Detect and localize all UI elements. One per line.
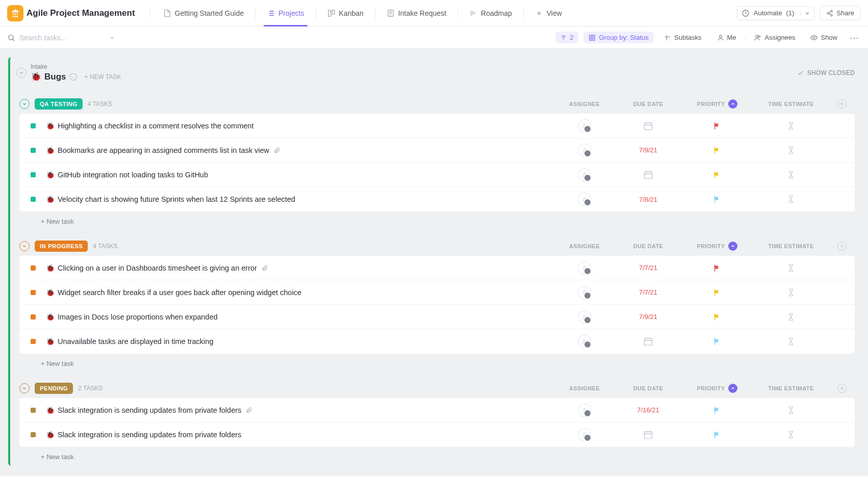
column-header-due-date[interactable]: DUE DATE [615, 243, 681, 249]
assignee-add-button[interactable] [578, 335, 591, 348]
column-header-time-estimate[interactable]: TIME ESTIMATE [753, 101, 829, 107]
automate-button[interactable]: Automate (1) [737, 6, 815, 20]
group-status-badge[interactable]: PENDING [35, 383, 73, 394]
task-row[interactable]: 🐞Highlighting a checklist in a comment r… [19, 114, 855, 138]
tab-view[interactable]: View [527, 0, 570, 26]
due-date-cell[interactable]: 7/8/21 [615, 196, 681, 203]
task-row[interactable]: 🐞Bookmarks are appearing in assigned com… [19, 138, 855, 163]
tab-getting-started-guide[interactable]: Getting Started Guide [155, 0, 252, 26]
due-date-cell[interactable] [615, 121, 681, 131]
column-header-time-estimate[interactable]: TIME ESTIMATE [753, 243, 829, 249]
task-row[interactable]: 🐞Slack integration is sending updates fr… [19, 422, 855, 447]
task-row[interactable]: 🐞Velocity chart is showing future Sprint… [19, 187, 855, 211]
assignee-add-button[interactable] [578, 168, 591, 181]
share-button[interactable]: Share [820, 6, 861, 20]
time-estimate-cell[interactable] [753, 288, 829, 297]
priority-cell[interactable] [681, 195, 753, 204]
group-collapse-toggle[interactable] [19, 241, 30, 251]
new-task-button[interactable]: + New task [19, 447, 855, 464]
priority-cell[interactable] [681, 170, 753, 179]
new-task-button[interactable]: + New task [19, 211, 855, 228]
time-estimate-cell[interactable] [753, 146, 829, 154]
tab-intake-request[interactable]: Intake Request [378, 0, 454, 26]
search-dropdown-icon[interactable] [109, 35, 115, 41]
due-date-cell[interactable] [615, 170, 681, 180]
status-square [31, 265, 36, 271]
tab-roadmap[interactable]: Roadmap [461, 0, 520, 26]
show-button[interactable]: Show [805, 32, 843, 43]
groupby-button[interactable]: Group by: Status [583, 32, 654, 43]
assignees-button[interactable]: Assignees [749, 32, 800, 43]
priority-cell[interactable] [681, 121, 753, 130]
column-header-priority[interactable]: PRIORITY [681, 99, 753, 109]
subtasks-button[interactable]: Subtasks [659, 32, 706, 43]
priority-cell[interactable] [681, 337, 753, 346]
due-date-cell[interactable]: 7/16/21 [615, 406, 681, 414]
time-estimate-cell[interactable] [753, 195, 829, 203]
assignee-add-button[interactable] [578, 193, 591, 206]
assignee-add-button[interactable] [578, 310, 591, 324]
list-collapse-toggle[interactable] [16, 68, 27, 78]
group-collapse-toggle[interactable] [19, 383, 30, 393]
time-estimate-cell[interactable] [753, 313, 829, 321]
priority-cell[interactable] [681, 146, 753, 155]
new-task-button[interactable]: + New task [19, 354, 855, 370]
more-menu-button[interactable]: ⋯ [848, 32, 861, 43]
column-header-time-estimate[interactable]: TIME ESTIMATE [753, 385, 829, 391]
group-status-badge[interactable]: IN PROGRESS [35, 241, 88, 252]
column-header-due-date[interactable]: DUE DATE [615, 385, 681, 391]
time-estimate-cell[interactable] [753, 337, 829, 346]
task-row[interactable]: 🐞Widget search filter breaks if a user g… [19, 280, 855, 305]
priority-cell[interactable] [681, 263, 753, 273]
column-header-assignee[interactable]: ASSIGNEE [554, 385, 615, 391]
column-header-assignee[interactable]: ASSIGNEE [554, 101, 615, 107]
assignee-add-button[interactable] [578, 261, 591, 275]
add-column-button[interactable]: + [829, 99, 855, 109]
assignee-add-button[interactable] [578, 119, 591, 132]
task-row[interactable]: 🐞Images in Docs lose proportions when ex… [19, 305, 855, 329]
due-date-cell[interactable] [615, 336, 681, 347]
priority-cell[interactable] [681, 288, 753, 297]
assignee-add-button[interactable] [578, 428, 591, 441]
due-date-cell[interactable]: 7/9/21 [615, 313, 681, 321]
due-date-cell[interactable] [615, 430, 681, 440]
task-row[interactable]: 🐞Slack integration is sending updates fr… [19, 398, 855, 422]
column-header-due-date[interactable]: DUE DATE [615, 101, 681, 107]
time-estimate-cell[interactable] [753, 264, 829, 272]
me-button[interactable]: Me [712, 32, 742, 43]
column-header-priority[interactable]: PRIORITY [681, 384, 753, 393]
time-estimate-cell[interactable] [753, 171, 829, 179]
automate-dropdown[interactable] [800, 11, 810, 16]
show-closed-button[interactable]: SHOW CLOSED [797, 69, 855, 76]
assignee-add-button[interactable] [578, 286, 591, 299]
assignee-add-button[interactable] [578, 144, 591, 157]
filter-button[interactable]: 2 [555, 32, 578, 43]
info-icon[interactable] [69, 73, 78, 81]
time-estimate-cell[interactable] [753, 122, 829, 130]
priority-cell[interactable] [681, 406, 753, 415]
tab-kanban[interactable]: Kanban [319, 0, 372, 26]
due-date-cell[interactable]: 7/7/21 [615, 264, 681, 272]
column-header-assignee[interactable]: ASSIGNEE [554, 243, 615, 249]
time-estimate-cell[interactable] [753, 431, 829, 439]
add-column-button[interactable]: + [829, 242, 855, 251]
search-input[interactable] [19, 34, 101, 42]
priority-cell[interactable] [681, 312, 753, 322]
add-column-button[interactable]: + [829, 384, 855, 393]
new-task-inline-button[interactable]: + NEW TASK [85, 73, 121, 81]
assignee-add-button[interactable] [578, 404, 591, 417]
tab-projects[interactable]: Projects [259, 0, 313, 26]
column-header-priority[interactable]: PRIORITY [681, 242, 753, 251]
priority-cell[interactable] [681, 430, 753, 439]
task-row[interactable]: 🐞Clicking on a user in Dashboards timesh… [19, 256, 855, 280]
task-row[interactable]: 🐞GitHub integration not loading tasks to… [19, 163, 855, 187]
time-estimate-cell[interactable] [753, 406, 829, 414]
list-title-row: 🐞 Bugs + NEW TASK [31, 71, 121, 82]
due-date-cell[interactable]: 7/7/21 [615, 288, 681, 296]
due-date-cell[interactable]: 7/9/21 [615, 146, 681, 154]
chevron-down-icon [19, 70, 24, 75]
group-collapse-toggle[interactable] [19, 99, 30, 109]
group-status-badge[interactable]: QA TESTING [35, 98, 83, 110]
group-task-count: 4 TASKS [93, 243, 117, 250]
task-row[interactable]: 🐞Unavailable tasks are displayed in time… [19, 329, 855, 354]
